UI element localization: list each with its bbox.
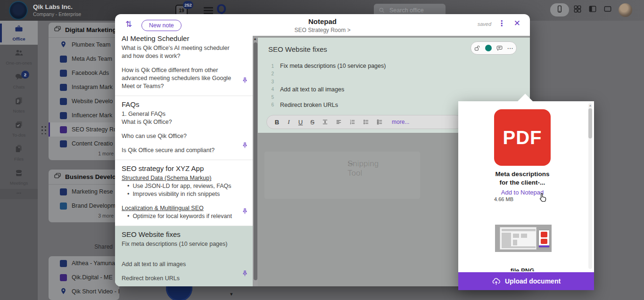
pushpin-icon[interactable] (241, 270, 248, 277)
company-logo[interactable] (9, 1, 28, 20)
sidebar-item-label: Files (14, 156, 24, 162)
team-row-label: Instagram Mark (72, 84, 113, 90)
team-row[interactable]: Website Develo (49, 94, 119, 108)
channel-color-icon (60, 56, 67, 63)
team-row[interactable]: Althea - Yamuna (49, 256, 119, 270)
note-status-pill: ⋯ (471, 41, 517, 55)
sidebar-item-one-on-ones[interactable]: One-on-ones (0, 45, 38, 69)
sidebar-item-notes[interactable]: Notes (0, 93, 38, 117)
line-spacing-button[interactable] (322, 119, 329, 126)
team-row[interactable]: SEO Strategy Room (49, 122, 119, 137)
team-row[interactable]: Content Creatio (49, 137, 119, 151)
panel-scroll-thumb[interactable] (588, 108, 592, 138)
team-row[interactable]: Brand Developm (49, 199, 119, 213)
line-text: Add alt text to all images (280, 86, 344, 93)
channel-color-icon (60, 98, 67, 105)
team-row[interactable]: Facebook Ads (49, 66, 119, 80)
pushpin-icon[interactable] (241, 77, 248, 84)
shared-group-card: Althea - YamunaQik.Digital - MEQik Short… (49, 256, 119, 300)
add-to-notepad-link[interactable]: Add to Notepad (477, 189, 568, 196)
note-list-scrollbar[interactable]: ▲ (253, 36, 258, 286)
image-thumbnail[interactable] (495, 225, 552, 252)
note-list-item[interactable]: SEO Website fixesFix meta descriptions (… (115, 226, 253, 286)
close-icon[interactable]: ✕ (514, 18, 520, 28)
breadcrumb[interactable]: SEO Strategy Room > (115, 27, 530, 33)
sidebar-item-chats[interactable]: 2Chats (0, 69, 38, 93)
team-row-label: Facebook Ads (72, 70, 109, 76)
note-bullet-line: •Optimize for local keywords if relevant (122, 212, 239, 220)
team-group-header[interactable]: Business Develop (49, 170, 119, 185)
note-list: AI Meeting SchedulerWhat is Qik Office's… (115, 36, 253, 286)
phone-layout-icon[interactable] (555, 4, 564, 14)
thumbnail-pdf-chip (539, 230, 549, 247)
team-row[interactable]: Instagram Mark (49, 80, 119, 94)
more-items-label[interactable]: 1 more (49, 151, 119, 160)
note-line: Optimize for local keywords if relevant (132, 212, 232, 220)
file-name: Meta descriptions for the client-... (477, 170, 568, 187)
group-icon (53, 25, 62, 35)
bullet-list-button[interactable] (363, 119, 370, 126)
sidebar-item-to-dos[interactable]: To-dos (0, 117, 38, 141)
team-row-label: Qik Short Video - Internal (72, 288, 119, 295)
thumbnail-window (500, 227, 537, 250)
note-list-item[interactable]: SEO strategy for XYZ AppStructured Data … (115, 160, 253, 226)
bold-button[interactable]: B (274, 119, 280, 126)
editor-line[interactable]: 2 (268, 70, 516, 78)
people-icon (14, 48, 24, 59)
more-items-label[interactable]: 3 more (49, 213, 119, 222)
notification-badge: 252 (183, 1, 193, 9)
sidebar-item-files[interactable]: Files (0, 141, 38, 165)
drag-handle-icon[interactable] (41, 126, 47, 135)
kebab-menu-icon[interactable]: ⋮ (498, 19, 505, 28)
align-button[interactable] (335, 119, 342, 126)
caret-down-icon: ▾ (230, 291, 233, 297)
sidebar-item-meetings[interactable]: Meetings (0, 165, 38, 189)
note-title[interactable]: SEO Website fixes (268, 45, 327, 53)
panel-scroll-up-icon[interactable]: ▲ (589, 104, 592, 107)
team-row[interactable]: Marketing Rese (49, 185, 119, 199)
sidebar-item-more[interactable] (0, 189, 38, 199)
grid-layout-icon[interactable] (573, 4, 582, 14)
line-number: 3 (268, 79, 274, 84)
editor-line[interactable]: 4Add alt text to all images (268, 86, 516, 94)
editor-line[interactable]: 5 (268, 93, 516, 101)
pdf-icon[interactable]: PDF (494, 109, 551, 166)
pushpin-icon[interactable] (241, 208, 248, 215)
checklist-button[interactable] (376, 119, 383, 126)
comment-icon[interactable] (496, 45, 503, 52)
strikethrough-button[interactable]: S (310, 119, 315, 126)
team-row[interactable]: Meta Ads Team (49, 52, 119, 66)
editor-line[interactable]: 3 (268, 78, 516, 86)
note-item-title: SEO Website fixes (122, 230, 239, 238)
panel-scrollbar[interactable]: ▲ (588, 103, 592, 269)
italic-button[interactable]: I (286, 118, 291, 126)
team-group-header[interactable]: Digital Marketing (49, 23, 119, 38)
team-row[interactable]: Plumbex Team (49, 38, 119, 52)
scrollbar-up-icon[interactable]: ▲ (253, 37, 257, 41)
upload-document-button[interactable]: Upload document (458, 272, 594, 290)
team-row[interactable]: Qik Short Video - Internal (49, 284, 119, 299)
sidebar-item-office[interactable]: Office (0, 21, 38, 45)
search-input[interactable] (388, 7, 440, 14)
panel-caret (518, 94, 533, 101)
note-list-item[interactable]: AI Meeting SchedulerWhat is Qik Office's… (115, 36, 253, 96)
underline-button[interactable]: U (298, 119, 303, 126)
line-number: 2 (268, 71, 274, 76)
more-options-icon[interactable]: ⋯ (507, 45, 514, 52)
editor-line[interactable]: 1Fix meta descriptions (10 service pages… (268, 62, 516, 70)
channel-color-icon (60, 84, 67, 91)
scrollbar-thumb[interactable] (254, 42, 257, 280)
toolbar-more-link[interactable]: more... (392, 119, 409, 125)
sidebar-item-label: Chats (13, 84, 25, 89)
team-group-name: Business Develop (65, 173, 119, 180)
note-list-item[interactable]: FAQs1. General FAQsWhat is Qik Office?Wh… (115, 96, 253, 160)
unlock-icon[interactable] (474, 45, 481, 52)
full-layout-icon[interactable] (603, 4, 612, 14)
team-row[interactable]: Influencer Mark (49, 108, 119, 122)
pushpin-icon[interactable] (241, 142, 248, 149)
note-blank-line (122, 254, 239, 260)
split-layout-icon[interactable] (588, 4, 597, 14)
ordered-list-button[interactable] (349, 119, 356, 126)
team-row[interactable]: Qik.Digital - ME (49, 270, 119, 284)
user-avatar[interactable] (619, 3, 632, 17)
